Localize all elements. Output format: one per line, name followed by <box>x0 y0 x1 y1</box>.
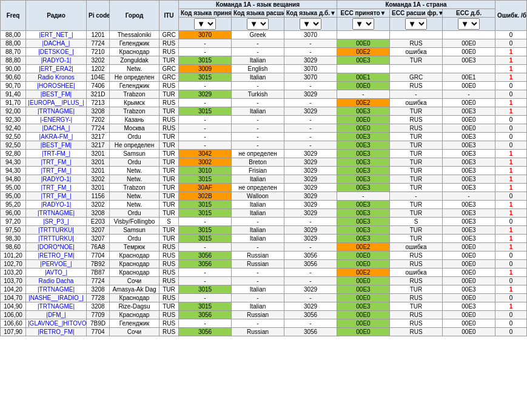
filter-ecc-recv[interactable]: ▼ <box>337 18 390 31</box>
table-row: 92,30|-ENERGY-|7202КазаньRUS---00E0RUS00… <box>1 116 527 124</box>
station-link[interactable]: |BEST_FM| <box>26 141 87 150</box>
station-link[interactable]: |DACHA_| <box>26 39 87 48</box>
table-row: 92,80|TRT-FM_|3201SamsunTUR3042не опреде… <box>1 150 527 158</box>
station-link[interactable]: |EUROPA__IPLUS_| <box>26 99 87 107</box>
error-count: 0 <box>495 319 527 328</box>
station-link[interactable]: |DORO*NOE| <box>26 243 87 252</box>
station-link[interactable]: |TRT_FM_| <box>26 192 87 201</box>
error-count: 0 <box>495 141 527 150</box>
error-count: 0 <box>495 252 527 260</box>
error-count: 0 <box>495 39 527 48</box>
station-link[interactable]: Radio Kronos <box>26 73 87 82</box>
error-count: 0 <box>495 311 527 319</box>
filter-ecc-ext[interactable]: ▼ <box>390 18 443 31</box>
station-link[interactable]: |ERT_ERA2| <box>26 65 87 73</box>
error-count: 0 <box>495 124 527 133</box>
error-count: 0 <box>495 192 527 201</box>
table-row: 98,60|DORO*NOE|76A8ТемрюкRUS---00E2ошибк… <box>1 243 527 252</box>
table-row: 98,30|TRTTURKU|3207OrduTUR3015Italian302… <box>1 235 527 243</box>
table-row: 88,80|RADYO-1|3202ZonguldakTUR3015Italia… <box>1 56 527 65</box>
error-count: 1 <box>495 235 527 243</box>
station-link[interactable]: |ERT_NET_| <box>26 31 87 39</box>
table-row: 90,60Radio Kronos104EНе определенGRC3015… <box>1 73 527 82</box>
table-row: 95,00|TRT_FM_|1156Netw.TUR302BWalloon302… <box>1 192 527 201</box>
table-row: 103,70Radio Dacha7724СочиRUS---00E0RUS00… <box>1 277 527 285</box>
filter-ecc-db[interactable]: ▼ <box>443 18 495 31</box>
station-link[interactable]: |DETSKOE_| <box>26 48 87 56</box>
station-link[interactable]: |TRTNAGME| <box>26 285 87 294</box>
filter-code-recv-select[interactable]: ▼ <box>194 18 216 30</box>
station-link[interactable]: |HOROSHEE| <box>26 82 87 90</box>
filter-ecc-db-select[interactable]: ▼ <box>458 18 480 30</box>
table-row: 94,80|RADYO-1|3202Netw.TUR3015Italian302… <box>1 175 527 184</box>
error-count: 1 <box>495 158 527 167</box>
error-count: 1 <box>495 285 527 294</box>
station-link[interactable]: |TRT_FM_| <box>26 167 87 175</box>
station-link[interactable]: |BEST_FM| <box>26 90 87 99</box>
col-header-ecc-recv[interactable]: ЕСС принято▼ <box>337 9 390 18</box>
filter-code-db[interactable]: ▼ <box>284 18 337 31</box>
error-count: 1 <box>495 107 527 116</box>
table-row: 106,60|GLAVNOE_|HITOVOE_|7B9DГеленджикRU… <box>1 319 527 328</box>
col-header-ecc-ext[interactable]: ЕСС расши фр.▼ <box>390 9 443 18</box>
station-link[interactable]: |GLAVNOE_|HITOVOE_| <box>26 319 87 328</box>
table-row: 103,20|AVTO_|7B87КраснодарRUS---00E2ошиб… <box>1 268 527 277</box>
station-link[interactable]: |DACHA_| <box>26 124 87 133</box>
filter-ecc-ext-select[interactable]: ▼ <box>405 18 427 30</box>
error-count: 1 <box>495 65 527 73</box>
filter-code-ext[interactable]: ▼ <box>232 18 284 31</box>
station-link[interactable]: |TRTTURKU| <box>26 226 87 235</box>
station-link[interactable]: |SR_P3_| <box>26 218 87 226</box>
station-link[interactable]: |RADYO-1| <box>26 56 87 65</box>
col-header-code-db[interactable]: Код языка д.б.▼ <box>284 9 337 18</box>
error-count: 0 <box>495 90 527 99</box>
station-link[interactable]: |-ENERGY-| <box>26 116 87 124</box>
col-header-picode: Pi code <box>87 1 110 31</box>
station-link[interactable]: |DFM_| <box>26 311 87 319</box>
station-link[interactable]: |RETRO_FM| <box>26 328 87 336</box>
station-link[interactable]: |TRT-FM_| <box>26 150 87 158</box>
station-link[interactable]: |TRTTURKU| <box>26 235 87 243</box>
filter-ecc-recv-select[interactable]: ▼ <box>352 18 374 30</box>
station-link[interactable]: Radio Dacha <box>26 277 87 285</box>
error-count: 0 <box>495 116 527 124</box>
table-row: 104,90|TRTNAGME|3208Rize-DagsuTUR3015Ita… <box>1 302 527 311</box>
error-count: 1 <box>495 226 527 235</box>
table-row: 97,20|SR_P3_|E203Visby/FollingboS---00E3… <box>1 218 527 226</box>
station-link[interactable]: |AKRA-FM_| <box>26 133 87 141</box>
error-count: 1 <box>495 150 527 158</box>
filter-code-ext-select[interactable]: ▼ <box>247 18 269 30</box>
table-row: 90,00|ERT_ERA2|1202Netw.GRC3009English30… <box>1 65 527 73</box>
error-count: 0 <box>495 260 527 268</box>
error-count: 1 <box>495 302 527 311</box>
error-count: 0 <box>495 31 527 39</box>
station-link[interactable]: |RADYO-1| <box>26 201 87 209</box>
table-row: 92,50|BEST_FM|3217Не определенTUR---00E3… <box>1 141 527 150</box>
table-row: 104,20|TRTNAGME|3208Amasya-Ak DagTUR3015… <box>1 285 527 294</box>
error-count: 1 <box>495 201 527 209</box>
station-link[interactable]: |RETRO_FM| <box>26 252 87 260</box>
table-row: 88,70|DETSKOE_|7210КраснодарRUS---00E2ош… <box>1 48 527 56</box>
station-link[interactable]: |TRT_FM_| <box>26 158 87 167</box>
station-link[interactable]: |AVTO_| <box>26 268 87 277</box>
table-row: 95,20|RADYO-1|3202Netw.TUR3015Italian302… <box>1 201 527 209</box>
station-link[interactable]: |TRTNAGME| <box>26 107 87 116</box>
station-link[interactable]: |TRTNAGME| <box>26 209 87 218</box>
station-link[interactable]: |TRT_FM_| <box>26 184 87 192</box>
station-link[interactable]: |TRTNAGME| <box>26 302 87 311</box>
table-row: 95,00|TRT_FM_|3201TrabzonTUR30AFне опред… <box>1 184 527 192</box>
table-row: 92,00|TRTNAGME|3208TrabzonTUR3015Italian… <box>1 107 527 116</box>
table-row: 91,40|BEST_FM|321DTrabzonTUR3029Turkish3… <box>1 90 527 99</box>
station-link[interactable]: |NASHE__IRADIO_| <box>26 294 87 302</box>
station-link[interactable]: |RADYO-1| <box>26 175 87 184</box>
station-link[interactable]: |PERVOE_| <box>26 260 87 268</box>
col-header-code-ext[interactable]: Код языка расшифр.▼ <box>232 9 284 18</box>
error-count: 1 <box>495 167 527 175</box>
filter-code-recv[interactable]: ▼ <box>179 18 232 31</box>
error-count: 1 <box>495 56 527 65</box>
error-count: 1 <box>495 268 527 277</box>
table-row: 88,00|DACHA_|7724ГеленджикRUS---00E0RUS0… <box>1 39 527 48</box>
col-header-code-recv[interactable]: Код языка приня▼ <box>179 9 232 18</box>
filter-code-db-select[interactable]: ▼ <box>300 18 321 30</box>
group-header-language: Команда 1А - язык вещания <box>179 1 337 9</box>
